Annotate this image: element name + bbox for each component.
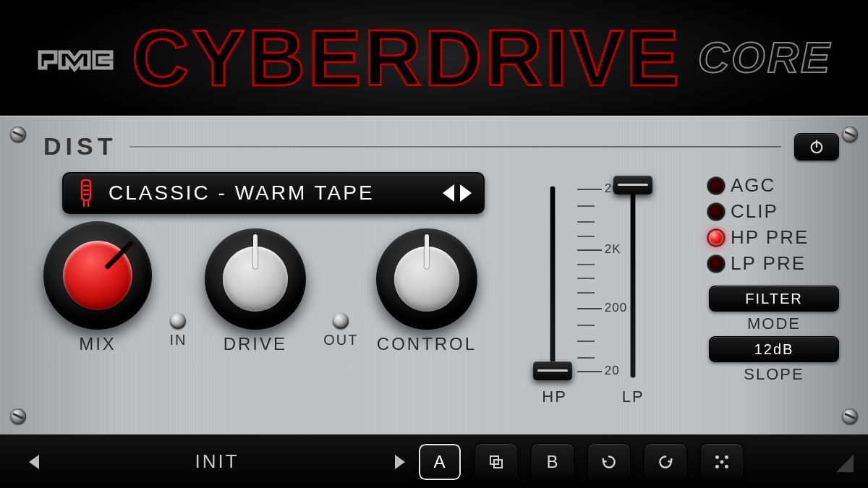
power-button[interactable] [794, 133, 839, 160]
lp-label: LP [622, 388, 644, 406]
screw-icon [842, 408, 858, 424]
agc-toggle[interactable]: AGC [709, 174, 839, 197]
in-label: IN [169, 332, 187, 348]
dice-icon [712, 453, 731, 471]
main-panel: DIST [0, 116, 868, 435]
preset-browser: INIT [29, 450, 405, 473]
svg-point-12 [715, 465, 719, 468]
screw-icon [842, 127, 858, 142]
lp-slider[interactable] [622, 181, 644, 383]
scale-20: 20 [605, 364, 620, 378]
clip-label: CLIP [731, 200, 778, 223]
plugin-edition: CORE [698, 33, 832, 82]
preset-prev-button[interactable] [29, 455, 39, 469]
undo-button[interactable] [587, 443, 631, 481]
redo-icon [656, 453, 675, 471]
screw-icon [10, 127, 26, 142]
scale-2k: 2K [605, 242, 621, 257]
drive-knob[interactable] [205, 228, 306, 330]
section-title: DIST [43, 132, 116, 160]
agc-led [709, 179, 723, 193]
ab-a-button[interactable]: A [418, 443, 461, 481]
mix-knob[interactable] [43, 221, 152, 330]
out-label: OUT [323, 332, 358, 348]
hp-pre-led [709, 231, 723, 245]
svg-point-13 [725, 465, 728, 468]
options-column: AGC CLIP HP PRE LP PRE FILTER MODE 12dB [702, 166, 839, 411]
divider [129, 146, 781, 147]
ab-b-button[interactable]: B [531, 443, 574, 481]
lp-pre-led [709, 257, 723, 271]
randomize-button[interactable] [700, 443, 744, 481]
plugin-window: CYBERDRIVE CORE DIST [0, 0, 868, 488]
clip-led [709, 205, 723, 219]
control-label: CONTROL [377, 334, 477, 354]
preset-next-button[interactable] [395, 455, 405, 469]
svg-point-9 [715, 455, 719, 459]
lp-pre-toggle[interactable]: LP PRE [709, 252, 839, 275]
screw-icon [10, 408, 26, 424]
model-prev-button[interactable] [443, 184, 454, 202]
out-meter-led [333, 313, 349, 329]
mode-selector[interactable]: FILTER [709, 286, 839, 312]
hp-pre-toggle[interactable]: HP PRE [709, 226, 839, 249]
freq-scale: 20K 2K 200 20 [573, 181, 616, 383]
svg-point-10 [725, 455, 728, 459]
tube-icon [75, 179, 97, 207]
slope-selector[interactable]: 12dB [709, 336, 839, 362]
slope-label: SLOPE [709, 365, 839, 384]
control-knob[interactable] [376, 228, 477, 330]
hp-slider[interactable] [542, 181, 563, 383]
in-meter-led [170, 313, 186, 329]
agc-label: AGC [731, 174, 775, 197]
redo-button[interactable] [644, 443, 687, 481]
clip-toggle[interactable]: CLIP [709, 200, 839, 223]
mode-label: MODE [709, 314, 839, 333]
model-next-button[interactable] [460, 184, 472, 202]
drive-label: DRIVE [224, 334, 287, 354]
resize-handle[interactable] [833, 452, 854, 472]
copy-icon [488, 453, 505, 471]
plugin-title: CYBERDRIVE [132, 12, 682, 103]
mix-label: MIX [79, 334, 116, 354]
hp-label: HP [542, 388, 567, 406]
preset-name[interactable]: INIT [39, 450, 395, 473]
header: CYBERDRIVE CORE [0, 0, 868, 116]
undo-icon [600, 453, 618, 471]
ab-copy-button[interactable] [475, 443, 518, 481]
jmg-logo-icon [36, 39, 116, 75]
model-name: CLASSIC - WARM TAPE [109, 181, 431, 205]
lp-pre-label: LP PRE [731, 252, 806, 275]
hp-pre-label: HP PRE [731, 226, 809, 249]
model-selector[interactable]: CLASSIC - WARM TAPE [62, 172, 485, 214]
footer: INIT A B [0, 435, 868, 488]
svg-point-11 [720, 460, 724, 463]
brand-logo [36, 39, 116, 75]
section-header: DIST [43, 132, 839, 160]
power-icon [809, 139, 825, 155]
